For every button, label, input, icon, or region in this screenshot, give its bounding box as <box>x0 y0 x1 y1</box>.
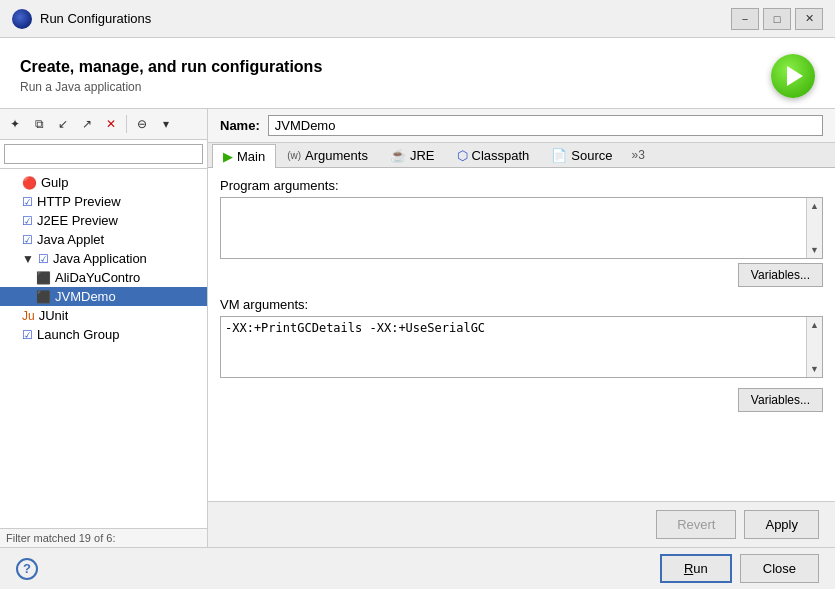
config-tree: 🔴 Gulp ☑ HTTP Preview ☑ J2EE Preview ☑ J… <box>0 169 207 528</box>
gulp-icon: 🔴 <box>22 176 37 190</box>
arguments-tab-icon: (w) <box>287 150 301 161</box>
java-applet-icon: ☑ <box>22 233 33 247</box>
scroll-up-button[interactable]: ▲ <box>807 198 823 214</box>
header: Create, manage, and run configurations R… <box>0 38 835 109</box>
copy-config-button[interactable]: ⧉ <box>28 113 50 135</box>
revert-button[interactable]: Revert <box>656 510 736 539</box>
name-input[interactable] <box>268 115 823 136</box>
import-config-button[interactable]: ↙ <box>52 113 74 135</box>
header-text: Create, manage, and run configurations R… <box>20 58 322 94</box>
sidebar-item-launch-group[interactable]: ☑ Launch Group <box>0 325 207 344</box>
sidebar: ✦ ⧉ ↙ ↗ ✕ ⊖ ▾ 🔴 Gulp ☑ HTTP Preview ☑ J2… <box>0 109 208 547</box>
maximize-button[interactable]: □ <box>763 8 791 30</box>
sidebar-item-label: Launch Group <box>37 327 119 342</box>
alidayu-icon: ⬛ <box>36 271 51 285</box>
program-args-label: Program arguments: <box>220 178 823 193</box>
expand-arrow-icon: ▼ <box>22 252 34 266</box>
delete-config-button[interactable]: ✕ <box>100 113 122 135</box>
sidebar-item-gulp[interactable]: 🔴 Gulp <box>0 173 207 192</box>
page-subtitle: Run a Java application <box>20 80 322 94</box>
sidebar-item-label: Java Application <box>53 251 147 266</box>
name-row: Name: <box>208 109 835 143</box>
vm-args-label: VM arguments: <box>220 297 823 312</box>
titlebar: Run Configurations − □ ✕ <box>0 0 835 38</box>
vm-args-group: VM arguments: -XX:+PrintGCDetails -XX:+U… <box>220 297 823 378</box>
footer-buttons: Run Close <box>660 554 819 583</box>
minimize-button[interactable]: − <box>731 8 759 30</box>
collapse-all-button[interactable]: ⊖ <box>131 113 153 135</box>
main-tab-icon: ▶ <box>223 149 233 164</box>
sidebar-item-label: AliDaYuContro <box>55 270 140 285</box>
sidebar-item-label: HTTP Preview <box>37 194 121 209</box>
program-args-variables-button[interactable]: Variables... <box>738 263 823 287</box>
page-title: Create, manage, and run configurations <box>20 58 322 76</box>
j2ee-icon: ☑ <box>22 214 33 228</box>
window-title: Run Configurations <box>40 11 731 26</box>
main-area: ✦ ⧉ ↙ ↗ ✕ ⊖ ▾ 🔴 Gulp ☑ HTTP Preview ☑ J2… <box>0 109 835 547</box>
vm-variables-button[interactable]: Variables... <box>738 388 823 412</box>
tab-jre-label: JRE <box>410 148 435 163</box>
help-button[interactable]: ? <box>16 558 38 580</box>
filter-status: Filter matched 19 of 6: <box>0 528 207 547</box>
sidebar-item-label: Gulp <box>41 175 68 190</box>
tab-main-label: Main <box>237 149 265 164</box>
sidebar-item-jvmdemo[interactable]: ⬛ JVMDemo <box>0 287 207 306</box>
jvmdemo-icon: ⬛ <box>36 290 51 304</box>
http-preview-icon: ☑ <box>22 195 33 209</box>
tab-classpath-label: Classpath <box>472 148 530 163</box>
classpath-tab-icon: ⬡ <box>457 148 468 163</box>
source-tab-icon: 📄 <box>551 148 567 163</box>
sidebar-item-label: JUnit <box>39 308 69 323</box>
tab-arguments[interactable]: (w) Arguments <box>276 143 379 167</box>
tabs-bar: ▶ Main (w) Arguments ☕ JRE ⬡ Classpath 📄… <box>208 143 835 168</box>
program-args-textarea[interactable] <box>221 198 806 258</box>
run-button[interactable]: Run <box>660 554 732 583</box>
expand-all-button[interactable]: ▾ <box>155 113 177 135</box>
program-args-group: Program arguments: ▲ ▼ Variables... <box>220 178 823 287</box>
program-args-scrollbar: ▲ ▼ <box>806 198 822 258</box>
tab-source[interactable]: 📄 Source <box>540 143 623 167</box>
jre-tab-icon: ☕ <box>390 148 406 163</box>
apply-button[interactable]: Apply <box>744 510 819 539</box>
vm-scroll-down-button[interactable]: ▼ <box>807 361 823 377</box>
search-area <box>0 140 207 169</box>
scroll-down-button[interactable]: ▼ <box>807 242 823 258</box>
sidebar-item-java-application[interactable]: ▼ ☑ Java Application <box>0 249 207 268</box>
name-label: Name: <box>220 118 260 133</box>
close-button[interactable]: Close <box>740 554 819 583</box>
close-button[interactable]: ✕ <box>795 8 823 30</box>
tab-content-main: Program arguments: ▲ ▼ Variables... VM a… <box>208 168 835 501</box>
tab-source-label: Source <box>571 148 612 163</box>
junit-icon: Ju <box>22 309 35 323</box>
vm-args-wrapper: -XX:+PrintGCDetails -XX:+UseSerialGC ▲ ▼ <box>220 316 823 378</box>
vm-scroll-up-button[interactable]: ▲ <box>807 317 823 333</box>
bottom-action-bar: Revert Apply <box>208 501 835 547</box>
launch-group-icon: ☑ <box>22 328 33 342</box>
sidebar-item-http-preview[interactable]: ☑ HTTP Preview <box>0 192 207 211</box>
sidebar-item-java-applet[interactable]: ☑ Java Applet <box>0 230 207 249</box>
sidebar-item-alidayucontro[interactable]: ⬛ AliDaYuContro <box>0 268 207 287</box>
java-app-icon: ☑ <box>38 252 49 266</box>
window-controls: − □ ✕ <box>731 8 823 30</box>
tab-main[interactable]: ▶ Main <box>212 144 276 168</box>
sidebar-item-j2ee-preview[interactable]: ☑ J2EE Preview <box>0 211 207 230</box>
sidebar-item-junit[interactable]: Ju JUnit <box>0 306 207 325</box>
run-underline: R <box>684 561 693 576</box>
vm-args-scrollbar: ▲ ▼ <box>806 317 822 377</box>
export-config-button[interactable]: ↗ <box>76 113 98 135</box>
run-icon[interactable] <box>771 54 815 98</box>
vm-vars-row: Variables... <box>220 388 823 412</box>
tab-classpath[interactable]: ⬡ Classpath <box>446 143 541 167</box>
tab-more[interactable]: »3 <box>624 144 653 166</box>
new-config-button[interactable]: ✦ <box>4 113 26 135</box>
vm-args-textarea[interactable]: -XX:+PrintGCDetails -XX:+UseSerialGC <box>221 317 806 377</box>
sidebar-item-label: J2EE Preview <box>37 213 118 228</box>
tab-arguments-label: Arguments <box>305 148 368 163</box>
tab-jre[interactable]: ☕ JRE <box>379 143 446 167</box>
toolbar-separator <box>126 115 127 133</box>
sidebar-toolbar: ✦ ⧉ ↙ ↗ ✕ ⊖ ▾ <box>0 109 207 140</box>
search-input[interactable] <box>4 144 203 164</box>
sidebar-item-label: JVMDemo <box>55 289 116 304</box>
program-args-wrapper: ▲ ▼ <box>220 197 823 259</box>
sidebar-item-label: Java Applet <box>37 232 104 247</box>
